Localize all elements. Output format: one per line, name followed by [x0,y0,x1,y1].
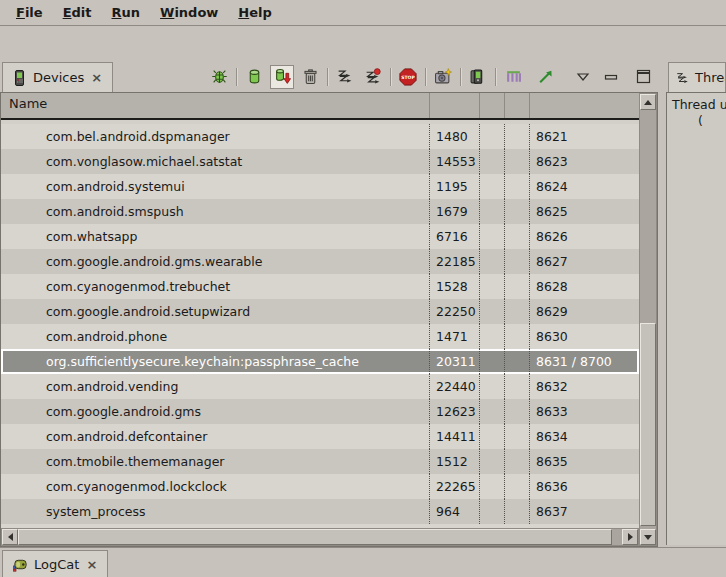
empty-cell [479,399,504,424]
view-menu-icon[interactable] [571,65,595,89]
device-screens-icon[interactable] [466,65,490,89]
screen-capture-icon[interactable] [431,65,455,89]
device-row[interactable]: com.google.android.gms 12623 8633 [1,399,639,424]
update-heap-icon[interactable] [242,65,266,89]
device-row[interactable]: com.google.android.setupwizard 22250 862… [1,299,639,324]
empty-cell [504,224,529,249]
empty-cell [479,424,504,449]
horizontal-scrollbar[interactable] [1,528,639,546]
device-port-cell: 8631 / 8700 [529,349,639,374]
opengl-trace-icon[interactable] [533,65,557,89]
device-pid-cell: 1480 [429,124,479,149]
empty-cell [504,299,529,324]
scroll-left-button[interactable] [2,529,18,545]
close-logcat-icon[interactable]: × [85,558,98,571]
empty-cell [504,199,529,224]
menu-help[interactable]: Help [228,0,281,26]
horizontal-scrollbar-thumb[interactable] [18,529,612,545]
device-name-cell: com.cyanogenmod.lockclock [1,474,429,499]
device-port-cell: 8629 [529,299,639,324]
device-row[interactable]: com.android.systemui 1195 8624 [1,174,639,199]
device-row[interactable]: com.android.vending 22440 8632 [1,374,639,399]
cause-gc-icon[interactable] [298,65,322,89]
tab-logcat[interactable]: LogCat × [2,550,108,577]
device-row[interactable]: com.vonglasow.michael.satstat 14553 8623 [1,149,639,174]
device-pid-cell: 964 [429,499,479,524]
column-header-name[interactable]: Name [9,96,47,111]
debug-icon[interactable] [207,65,231,89]
device-pid-cell: 20311 [429,349,479,374]
device-row[interactable]: com.tmobile.thememanager 1512 8635 [1,449,639,474]
minimize-icon[interactable] [599,65,623,89]
dump-hprof-icon[interactable] [270,65,294,89]
empty-cell [504,474,529,499]
empty-cell [504,449,529,474]
device-name-cell: com.android.defcontainer [1,424,429,449]
device-name-cell: com.android.vending [1,374,429,399]
vertical-scrollbar-thumb[interactable] [640,323,656,526]
empty-cell [479,449,504,474]
empty-cell [504,324,529,349]
device-pid-cell: 14553 [429,149,479,174]
tab-devices[interactable]: Devices × [2,62,113,92]
scroll-up-button[interactable] [640,94,656,110]
scroll-down-button[interactable] [640,529,656,545]
menu-run[interactable]: Run [102,0,151,26]
empty-cell [504,374,529,399]
systrace-icon[interactable] [501,65,525,89]
device-row[interactable]: com.cyanogenmod.trebuchet 1528 8628 [1,274,639,299]
toolbar-separator [460,68,461,86]
device-pid-cell: 1528 [429,274,479,299]
empty-cell [479,249,504,274]
tab-threads[interactable]: Threads [668,62,726,92]
device-row[interactable]: com.android.defcontainer 14411 8634 [1,424,639,449]
device-pid-cell: 1512 [429,449,479,474]
empty-cell [479,199,504,224]
device-name-cell: com.google.android.setupwizard [1,299,429,324]
device-row[interactable]: com.android.phone 1471 8630 [1,324,639,349]
logcat-strip: LogCat × [0,547,726,577]
device-row[interactable]: org.sufficientlysecure.keychain:passphra… [1,349,639,374]
device-name-cell: com.whatsapp [1,224,429,249]
maximize-icon[interactable] [631,65,655,89]
threads-message-line1: Thread up [672,97,726,112]
device-name-cell: com.tmobile.thememanager [1,449,429,474]
menu-file[interactable]: File [6,0,53,26]
close-devices-icon[interactable]: × [90,71,103,84]
device-pid-cell: 22265 [429,474,479,499]
scroll-right-button[interactable] [622,529,638,545]
device-port-cell: 8637 [529,499,639,524]
stop-process-icon[interactable]: STOP [396,65,420,89]
device-port-cell: 8627 [529,249,639,274]
device-row[interactable]: com.whatsapp 6716 8626 [1,224,639,249]
empty-cell [479,124,504,149]
empty-cell [504,174,529,199]
panel-sash[interactable] [658,60,666,547]
device-port-cell: 8628 [529,274,639,299]
device-port-cell: 8625 [529,199,639,224]
toolbar-separator [390,68,391,86]
empty-cell [504,399,529,424]
device-row[interactable]: com.google.android.gms.wearable 22185 86… [1,249,639,274]
device-name-cell: com.bel.android.dspmanager [1,124,429,149]
empty-cell [479,474,504,499]
device-row[interactable]: com.bel.android.dspmanager 1480 8621 [1,124,639,149]
device-row[interactable]: com.android.smspush 1679 8625 [1,199,639,224]
empty-cell [479,499,504,524]
devices-tab-row: Devices × [0,60,658,92]
device-port-cell: 8632 [529,374,639,399]
threads-icon [675,71,690,85]
device-row[interactable]: system_process 964 8637 [1,499,639,524]
empty-cell [479,174,504,199]
device-port-cell: 8635 [529,449,639,474]
device-pid-cell: 22250 [429,299,479,324]
device-name-cell: com.google.android.gms [1,399,429,424]
update-threads-icon[interactable] [333,65,357,89]
menu-edit[interactable]: Edit [53,0,102,26]
table-header[interactable]: Name [1,92,639,120]
method-profiling-icon[interactable] [361,65,385,89]
vertical-scrollbar[interactable] [639,93,657,546]
empty-cell [504,499,529,524]
menu-window[interactable]: Window [150,0,228,26]
device-row[interactable]: com.cyanogenmod.lockclock 22265 8636 [1,474,639,499]
